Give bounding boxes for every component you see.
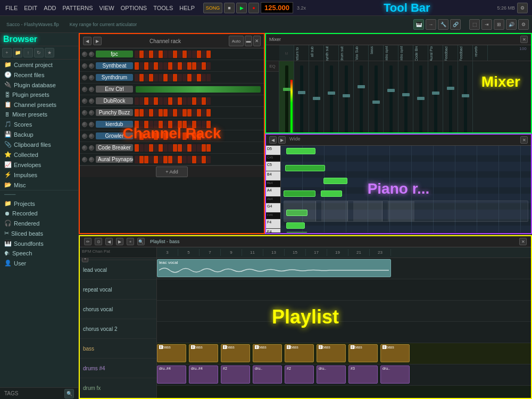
sidebar-item-misc[interactable]: 📂 Misc [0,180,78,190]
menu-add[interactable]: ADD [40,4,59,12]
sidebar-item-recent-files[interactable]: 🕐 Recent files [0,70,78,80]
clip-bass-2[interactable]: 🅱bass [189,344,218,362]
toolbar-icon-8[interactable]: 🔊 [506,19,517,30]
song-mode-btn[interactable]: SONG [203,3,222,13]
mixer-ch-2[interactable]: all sub [309,45,324,61]
search-btn[interactable]: 🔍 [64,389,74,398]
sidebar-item-clipboard[interactable]: 📎 Clipboard files [0,139,78,149]
pl-tool-2[interactable]: ⊙ [95,238,102,245]
track-drum-fx[interactable]: drum fx [80,378,156,398]
pl-zoom-in[interactable]: + [127,238,134,245]
track-chorus-vocal2[interactable]: chorus vocal 2 [80,319,156,339]
knob-15[interactable] [82,134,87,139]
clip-drums-6[interactable]: dru.. [317,365,346,384]
mixer-ch-5[interactable]: Vox Sub [354,45,369,61]
pl-zoom-out[interactable]: 🔍 [137,238,145,245]
knob-1[interactable] [82,52,87,57]
knob-11[interactable] [82,110,87,115]
clip-drums-5[interactable]: #2 [285,365,314,384]
cr-back-btn[interactable]: ◀ [83,37,92,45]
mixer-fader-13[interactable] [458,61,473,134]
channel-name-synthdrum[interactable]: Synthdrum [96,74,133,81]
mixer-fader-8[interactable] [384,61,398,134]
sidebar-item-collected[interactable]: ⭐ Collected [0,149,78,160]
pl-back[interactable]: ◀ [105,238,113,245]
knob-20[interactable] [89,157,94,162]
mixer-fader-7[interactable] [369,61,384,134]
pl-tool-1[interactable]: ✏ [84,238,92,245]
note-f4[interactable] [286,222,305,229]
menu-help[interactable]: HELP [176,4,198,12]
clip-bass-6[interactable]: 🅱bass [317,344,346,362]
cr-close[interactable]: ✕ [253,36,261,46]
knob-17[interactable] [82,145,87,151]
toolbar-icon-1[interactable]: 🎹 [413,19,424,30]
track-bass[interactable]: bass [80,339,156,359]
menu-file[interactable]: FILE [2,4,21,12]
clip-drums-8[interactable]: dru.. [380,365,410,384]
pr-close[interactable]: ✕ [520,136,528,144]
mixer-ch-12[interactable]: Feedbacker [458,45,473,61]
mixer-ch-3[interactable]: synth sub [324,45,339,61]
sidebar-btn-refresh[interactable]: ↻ [34,48,44,57]
sidebar-btn-add[interactable]: + [2,48,12,57]
sidebar-item-rendered[interactable]: 🎧 Rendered [0,218,78,228]
sidebar-btn-folder[interactable]: 📁 [13,48,22,57]
menu-tools[interactable]: TOOLS [150,4,176,12]
toolbar-icon-7[interactable]: ⊞ [494,19,504,30]
knob-8[interactable] [89,87,94,92]
sidebar-item-soundfonts[interactable]: 🎹 Soundfonts [0,238,78,248]
toolbar-icon-9[interactable]: ⚙ [518,19,529,30]
toolbar-icon-3[interactable]: 🔧 [438,19,448,30]
mixer-ch-9[interactable]: Code Breaker [413,45,428,61]
mixer-ch-10[interactable]: Aural Psynapse [428,45,443,61]
mixer-master-fader[interactable] [279,61,294,134]
note-e4[interactable] [286,232,307,232]
note-c5[interactable] [285,165,325,171]
clip-drums-7[interactable]: #3 [348,365,378,384]
note-b4[interactable] [323,178,347,184]
mixer-ch-1[interactable]: return to new [294,45,309,61]
clip-drums-1[interactable]: dru..#4 [157,365,186,384]
mixer-ch-6[interactable]: bass [369,45,384,61]
menu-view[interactable]: VIEW [96,4,118,12]
knob-7[interactable] [82,87,87,92]
mixer-fader-5[interactable] [339,61,354,134]
sidebar-item-mixer-presets[interactable]: 🎚 Mixer presets [0,110,78,119]
mixer-fader-3[interactable] [309,61,324,134]
sidebar-item-speech[interactable]: 🗣 Speech [0,248,78,258]
pr-fwd[interactable]: ▶ [278,136,286,144]
note-a4b[interactable] [321,190,342,197]
knob-2[interactable] [89,52,94,57]
channel-name-auralpsynapse[interactable]: Aural Psynapse [96,156,133,163]
sidebar-btn-arrow[interactable]: ↑ [23,48,33,57]
channel-name-synthbeat[interactable]: Synthbeat [96,62,133,69]
clip-bass-7[interactable]: 🅱bass [348,344,378,362]
knob-13[interactable] [82,122,87,127]
mixer-fader-2[interactable] [294,61,309,134]
cpu-btn[interactable]: ⚙ [517,3,528,13]
pl-close[interactable]: ✕ [519,238,527,245]
sidebar-item-envelopes[interactable]: 📈 Envelopes [0,160,78,170]
knob-16[interactable] [89,134,94,139]
channel-name-kierdub[interactable]: kierdub [96,121,133,128]
mixer-ch-8[interactable]: intro synth 2 [398,45,413,61]
sidebar-item-recorded[interactable]: ⏺ Recorded [0,209,78,218]
clip-bass-8[interactable]: 🅱bass [380,344,410,362]
record-btn[interactable]: ● [248,3,259,13]
sidebar-item-plugin-presets[interactable]: 🎛 Plugin presets [0,90,78,99]
note-a4[interactable] [284,190,315,197]
mixer-ch-13[interactable]: reverb [473,45,488,61]
mixer-ch-7[interactable]: intro synth 1 [384,45,398,61]
channel-name-dubrock[interactable]: DubRock [96,97,133,104]
menu-edit[interactable]: EDIT [21,4,40,12]
knob-4[interactable] [89,63,94,69]
channel-name-fpc[interactable]: fpc [96,51,133,57]
sidebar-item-backup[interactable]: 💾 Backup [0,129,78,139]
mixer-fader-4[interactable] [324,61,339,134]
knob-12[interactable] [89,110,94,115]
toolbar-icon-4[interactable]: 🔗 [450,19,461,30]
track-chorus-vocal[interactable]: chorus vocal [80,300,156,319]
cr-add-channel[interactable]: + Add [156,167,188,177]
sidebar-item-channel-presets[interactable]: 📋 Channel presets [0,99,78,110]
